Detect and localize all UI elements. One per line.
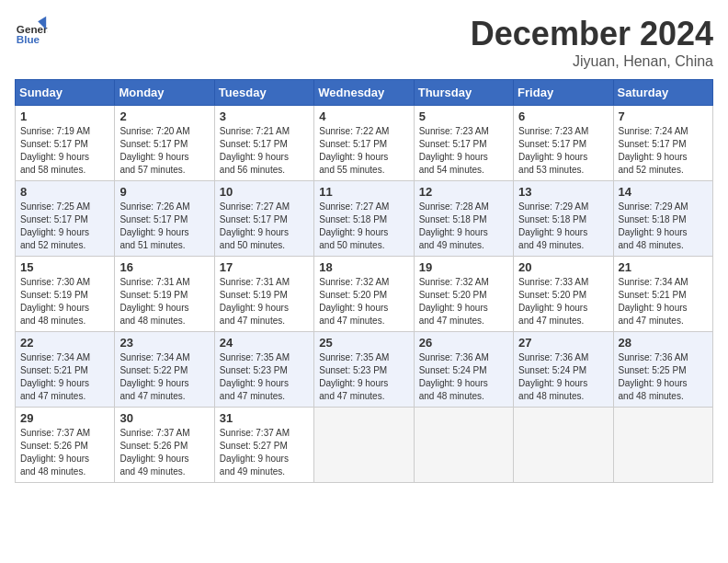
day-number: 22 <box>20 336 109 350</box>
day-info: Sunrise: 7:23 AM Sunset: 5:17 PM Dayligh… <box>518 125 608 177</box>
day-info: Sunrise: 7:36 AM Sunset: 5:25 PM Dayligh… <box>619 351 708 403</box>
day-info: Sunrise: 7:26 AM Sunset: 5:17 PM Dayligh… <box>119 201 209 252</box>
day-number: 30 <box>119 411 209 425</box>
svg-text:Blue: Blue <box>17 33 40 45</box>
calendar-cell <box>613 408 712 483</box>
calendar-cell: 8Sunrise: 7:25 AM Sunset: 5:17 PM Daylig… <box>16 181 115 257</box>
day-number: 1 <box>20 109 109 123</box>
calendar-cell: 17Sunrise: 7:31 AM Sunset: 5:19 PM Dayli… <box>214 257 313 332</box>
day-info: Sunrise: 7:20 AM Sunset: 5:17 PM Dayligh… <box>119 125 209 177</box>
day-number: 19 <box>419 260 508 274</box>
day-number: 29 <box>20 411 109 425</box>
calendar-cell <box>414 408 513 483</box>
day-info: Sunrise: 7:24 AM Sunset: 5:17 PM Dayligh… <box>619 125 708 177</box>
calendar-cell <box>514 408 613 483</box>
calendar-cell: 16Sunrise: 7:31 AM Sunset: 5:19 PM Dayli… <box>115 257 214 332</box>
day-info: Sunrise: 7:37 AM Sunset: 5:26 PM Dayligh… <box>20 427 109 478</box>
day-info: Sunrise: 7:36 AM Sunset: 5:24 PM Dayligh… <box>419 351 508 403</box>
day-number: 25 <box>319 336 408 350</box>
day-number: 12 <box>419 185 508 199</box>
calendar-cell: 4Sunrise: 7:22 AM Sunset: 5:17 PM Daylig… <box>314 106 414 181</box>
day-number: 8 <box>20 185 109 199</box>
calendar-cell: 14Sunrise: 7:29 AM Sunset: 5:18 PM Dayli… <box>613 181 712 257</box>
day-info: Sunrise: 7:37 AM Sunset: 5:26 PM Dayligh… <box>119 427 209 478</box>
calendar-cell: 11Sunrise: 7:27 AM Sunset: 5:18 PM Dayli… <box>314 181 414 257</box>
day-info: Sunrise: 7:34 AM Sunset: 5:21 PM Dayligh… <box>619 276 708 327</box>
day-number: 7 <box>619 109 708 123</box>
weekday-header-monday: Monday <box>115 80 214 106</box>
calendar-cell: 9Sunrise: 7:26 AM Sunset: 5:17 PM Daylig… <box>115 181 214 257</box>
calendar-week-3: 15Sunrise: 7:30 AM Sunset: 5:19 PM Dayli… <box>16 257 713 332</box>
location: Jiyuan, Henan, China <box>471 53 713 70</box>
calendar-cell: 27Sunrise: 7:36 AM Sunset: 5:24 PM Dayli… <box>514 332 613 408</box>
day-number: 15 <box>20 260 109 274</box>
calendar-cell <box>314 408 414 483</box>
weekday-header-wednesday: Wednesday <box>314 80 414 106</box>
day-info: Sunrise: 7:31 AM Sunset: 5:19 PM Dayligh… <box>220 276 309 327</box>
calendar-cell: 13Sunrise: 7:29 AM Sunset: 5:18 PM Dayli… <box>514 181 613 257</box>
calendar-week-1: 1Sunrise: 7:19 AM Sunset: 5:17 PM Daylig… <box>16 106 713 181</box>
day-info: Sunrise: 7:37 AM Sunset: 5:27 PM Dayligh… <box>220 427 309 478</box>
calendar-cell: 7Sunrise: 7:24 AM Sunset: 5:17 PM Daylig… <box>613 106 712 181</box>
day-number: 20 <box>518 260 608 274</box>
calendar-cell: 23Sunrise: 7:34 AM Sunset: 5:22 PM Dayli… <box>115 332 214 408</box>
weekday-header-sunday: Sunday <box>16 80 115 106</box>
weekday-header-saturday: Saturday <box>613 80 712 106</box>
calendar-cell: 22Sunrise: 7:34 AM Sunset: 5:21 PM Dayli… <box>16 332 115 408</box>
calendar-cell: 12Sunrise: 7:28 AM Sunset: 5:18 PM Dayli… <box>414 181 513 257</box>
day-info: Sunrise: 7:27 AM Sunset: 5:18 PM Dayligh… <box>319 201 408 252</box>
day-number: 14 <box>619 185 708 199</box>
day-number: 31 <box>220 411 309 425</box>
calendar-table: SundayMondayTuesdayWednesdayThursdayFrid… <box>15 79 713 483</box>
calendar-cell: 3Sunrise: 7:21 AM Sunset: 5:17 PM Daylig… <box>214 106 313 181</box>
calendar-cell: 26Sunrise: 7:36 AM Sunset: 5:24 PM Dayli… <box>414 332 513 408</box>
day-info: Sunrise: 7:29 AM Sunset: 5:18 PM Dayligh… <box>518 201 608 252</box>
calendar-week-2: 8Sunrise: 7:25 AM Sunset: 5:17 PM Daylig… <box>16 181 713 257</box>
day-info: Sunrise: 7:23 AM Sunset: 5:17 PM Dayligh… <box>419 125 508 177</box>
month-title: December 2024 <box>471 15 713 53</box>
day-info: Sunrise: 7:21 AM Sunset: 5:17 PM Dayligh… <box>220 125 309 177</box>
calendar-cell: 18Sunrise: 7:32 AM Sunset: 5:20 PM Dayli… <box>314 257 414 332</box>
day-number: 2 <box>119 109 209 123</box>
logo-icon: General Blue <box>15 15 48 48</box>
day-info: Sunrise: 7:35 AM Sunset: 5:23 PM Dayligh… <box>220 351 309 403</box>
day-number: 27 <box>518 336 608 350</box>
day-number: 6 <box>518 109 608 123</box>
day-number: 18 <box>319 260 408 274</box>
calendar-cell: 28Sunrise: 7:36 AM Sunset: 5:25 PM Dayli… <box>613 332 712 408</box>
calendar-cell: 19Sunrise: 7:32 AM Sunset: 5:20 PM Dayli… <box>414 257 513 332</box>
calendar-cell: 2Sunrise: 7:20 AM Sunset: 5:17 PM Daylig… <box>115 106 214 181</box>
day-number: 11 <box>319 185 408 199</box>
calendar-cell: 20Sunrise: 7:33 AM Sunset: 5:20 PM Dayli… <box>514 257 613 332</box>
calendar-cell: 21Sunrise: 7:34 AM Sunset: 5:21 PM Dayli… <box>613 257 712 332</box>
weekday-header-row: SundayMondayTuesdayWednesdayThursdayFrid… <box>16 80 713 106</box>
day-number: 24 <box>220 336 309 350</box>
day-info: Sunrise: 7:30 AM Sunset: 5:19 PM Dayligh… <box>20 276 109 327</box>
day-info: Sunrise: 7:27 AM Sunset: 5:17 PM Dayligh… <box>220 201 309 252</box>
calendar-cell: 29Sunrise: 7:37 AM Sunset: 5:26 PM Dayli… <box>16 408 115 483</box>
weekday-header-tuesday: Tuesday <box>214 80 313 106</box>
day-number: 21 <box>619 260 708 274</box>
calendar-cell: 15Sunrise: 7:30 AM Sunset: 5:19 PM Dayli… <box>16 257 115 332</box>
weekday-header-friday: Friday <box>514 80 613 106</box>
calendar-cell: 25Sunrise: 7:35 AM Sunset: 5:23 PM Dayli… <box>314 332 414 408</box>
day-number: 17 <box>220 260 309 274</box>
day-info: Sunrise: 7:32 AM Sunset: 5:20 PM Dayligh… <box>419 276 508 327</box>
calendar-cell: 1Sunrise: 7:19 AM Sunset: 5:17 PM Daylig… <box>16 106 115 181</box>
calendar-cell: 6Sunrise: 7:23 AM Sunset: 5:17 PM Daylig… <box>514 106 613 181</box>
day-info: Sunrise: 7:36 AM Sunset: 5:24 PM Dayligh… <box>518 351 608 403</box>
calendar-week-4: 22Sunrise: 7:34 AM Sunset: 5:21 PM Dayli… <box>16 332 713 408</box>
day-number: 4 <box>319 109 408 123</box>
weekday-header-thursday: Thursday <box>414 80 513 106</box>
day-number: 10 <box>220 185 309 199</box>
day-number: 13 <box>518 185 608 199</box>
day-info: Sunrise: 7:19 AM Sunset: 5:17 PM Dayligh… <box>20 125 109 177</box>
day-number: 5 <box>419 109 508 123</box>
day-number: 3 <box>220 109 309 123</box>
day-info: Sunrise: 7:34 AM Sunset: 5:21 PM Dayligh… <box>20 351 109 403</box>
day-info: Sunrise: 7:32 AM Sunset: 5:20 PM Dayligh… <box>319 276 408 327</box>
page-header: General Blue December 2024 Jiyuan, Henan… <box>15 15 713 70</box>
calendar-week-5: 29Sunrise: 7:37 AM Sunset: 5:26 PM Dayli… <box>16 408 713 483</box>
day-info: Sunrise: 7:25 AM Sunset: 5:17 PM Dayligh… <box>20 201 109 252</box>
logo: General Blue <box>15 15 48 48</box>
